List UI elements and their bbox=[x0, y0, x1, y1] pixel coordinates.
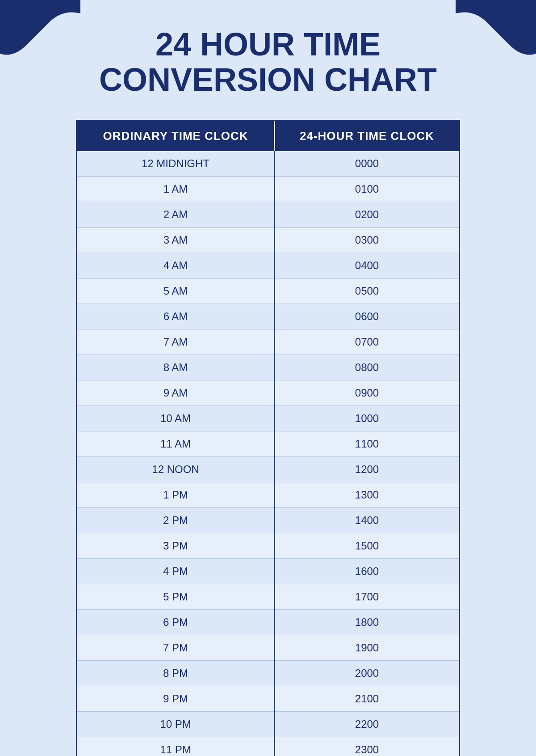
military-time-cell: 0500 bbox=[275, 279, 459, 304]
military-time-cell: 0400 bbox=[275, 253, 459, 279]
military-time-cell: 2100 bbox=[275, 686, 459, 712]
military-time-cell: 1200 bbox=[275, 457, 459, 482]
table-row: 2 PM1400 bbox=[77, 508, 459, 533]
ordinary-time-cell: 7 PM bbox=[77, 635, 275, 661]
military-time-cell: 0600 bbox=[275, 304, 459, 329]
table-row: 4 PM1600 bbox=[77, 559, 459, 584]
ordinary-time-cell: 9 AM bbox=[77, 380, 275, 406]
ordinary-time-cell: 10 PM bbox=[77, 712, 275, 737]
table-row: 5 PM1700 bbox=[77, 584, 459, 610]
ordinary-time-cell: 9 PM bbox=[77, 686, 275, 712]
table-row: 8 AM0800 bbox=[77, 355, 459, 380]
military-time-cell: 0800 bbox=[275, 355, 459, 380]
ordinary-time-cell: 4 AM bbox=[77, 253, 275, 279]
military-time-cell: 2300 bbox=[275, 737, 459, 756]
conversion-table: ORDINARY TIME CLOCK 24-HOUR TIME CLOCK 1… bbox=[77, 121, 459, 756]
header-ordinary: ORDINARY TIME CLOCK bbox=[77, 121, 275, 151]
ordinary-time-cell: 3 AM bbox=[77, 228, 275, 253]
military-time-cell: 1800 bbox=[275, 610, 459, 635]
table-row: 7 PM1900 bbox=[77, 635, 459, 661]
table-row: 11 AM1100 bbox=[77, 431, 459, 457]
ordinary-time-cell: 11 PM bbox=[77, 737, 275, 756]
military-time-cell: 2000 bbox=[275, 661, 459, 686]
table-row: 8 PM2000 bbox=[77, 661, 459, 686]
table-row: 5 AM0500 bbox=[77, 279, 459, 304]
ordinary-time-cell: 1 PM bbox=[77, 482, 275, 508]
ordinary-time-cell: 12 NOON bbox=[77, 457, 275, 482]
table-row: 4 AM0400 bbox=[77, 253, 459, 279]
ordinary-time-cell: 2 PM bbox=[77, 508, 275, 533]
military-time-cell: 1400 bbox=[275, 508, 459, 533]
table-row: 2 AM0200 bbox=[77, 202, 459, 228]
page-container: 24 HOUR TIME CONVERSION CHART ORDINARY T… bbox=[0, 0, 536, 756]
military-time-cell: 0700 bbox=[275, 329, 459, 355]
military-time-cell: 1300 bbox=[275, 482, 459, 508]
ordinary-time-cell: 5 PM bbox=[77, 584, 275, 610]
military-time-cell: 0000 bbox=[275, 151, 459, 177]
ordinary-time-cell: 6 PM bbox=[77, 610, 275, 635]
table-row: 6 PM1800 bbox=[77, 610, 459, 635]
table-row: 3 PM1500 bbox=[77, 533, 459, 559]
ordinary-time-cell: 12 MIDNIGHT bbox=[77, 151, 275, 177]
table-row: 6 AM0600 bbox=[77, 304, 459, 329]
military-time-cell: 0200 bbox=[275, 202, 459, 228]
header-military: 24-HOUR TIME CLOCK bbox=[275, 121, 459, 151]
table-row: 12 NOON1200 bbox=[77, 457, 459, 482]
military-time-cell: 1700 bbox=[275, 584, 459, 610]
ordinary-time-cell: 1 AM bbox=[77, 177, 275, 202]
table-row: 11 PM2300 bbox=[77, 737, 459, 756]
page-title: 24 HOUR TIME CONVERSION CHART bbox=[63, 27, 473, 97]
table-row: 1 AM0100 bbox=[77, 177, 459, 202]
military-time-cell: 1600 bbox=[275, 559, 459, 584]
ordinary-time-cell: 8 AM bbox=[77, 355, 275, 380]
title-line2: CONVERSION CHART bbox=[99, 62, 437, 97]
table-row: 9 PM2100 bbox=[77, 686, 459, 712]
military-time-cell: 0300 bbox=[275, 228, 459, 253]
table-row: 10 PM2200 bbox=[77, 712, 459, 737]
table-row: 12 MIDNIGHT0000 bbox=[77, 151, 459, 177]
ordinary-time-cell: 6 AM bbox=[77, 304, 275, 329]
military-time-cell: 1100 bbox=[275, 431, 459, 457]
table-header-row: ORDINARY TIME CLOCK 24-HOUR TIME CLOCK bbox=[77, 121, 459, 151]
ordinary-time-cell: 8 PM bbox=[77, 661, 275, 686]
ordinary-time-cell: 11 AM bbox=[77, 431, 275, 457]
table-body: 12 MIDNIGHT00001 AM01002 AM02003 AM03004… bbox=[77, 151, 459, 756]
military-time-cell: 2200 bbox=[275, 712, 459, 737]
military-time-cell: 1500 bbox=[275, 533, 459, 559]
table-row: 1 PM1300 bbox=[77, 482, 459, 508]
ordinary-time-cell: 7 AM bbox=[77, 329, 275, 355]
ordinary-time-cell: 3 PM bbox=[77, 533, 275, 559]
ordinary-time-cell: 10 AM bbox=[77, 406, 275, 431]
military-time-cell: 1000 bbox=[275, 406, 459, 431]
title-line1: 24 HOUR TIME bbox=[155, 26, 381, 62]
table-row: 3 AM0300 bbox=[77, 228, 459, 253]
military-time-cell: 0100 bbox=[275, 177, 459, 202]
ordinary-time-cell: 5 AM bbox=[77, 279, 275, 304]
table-row: 7 AM0700 bbox=[77, 329, 459, 355]
ordinary-time-cell: 4 PM bbox=[77, 559, 275, 584]
conversion-table-container: ORDINARY TIME CLOCK 24-HOUR TIME CLOCK 1… bbox=[76, 120, 460, 756]
military-time-cell: 1900 bbox=[275, 635, 459, 661]
table-row: 9 AM0900 bbox=[77, 380, 459, 406]
table-row: 10 AM1000 bbox=[77, 406, 459, 431]
military-time-cell: 0900 bbox=[275, 380, 459, 406]
ordinary-time-cell: 2 AM bbox=[77, 202, 275, 228]
